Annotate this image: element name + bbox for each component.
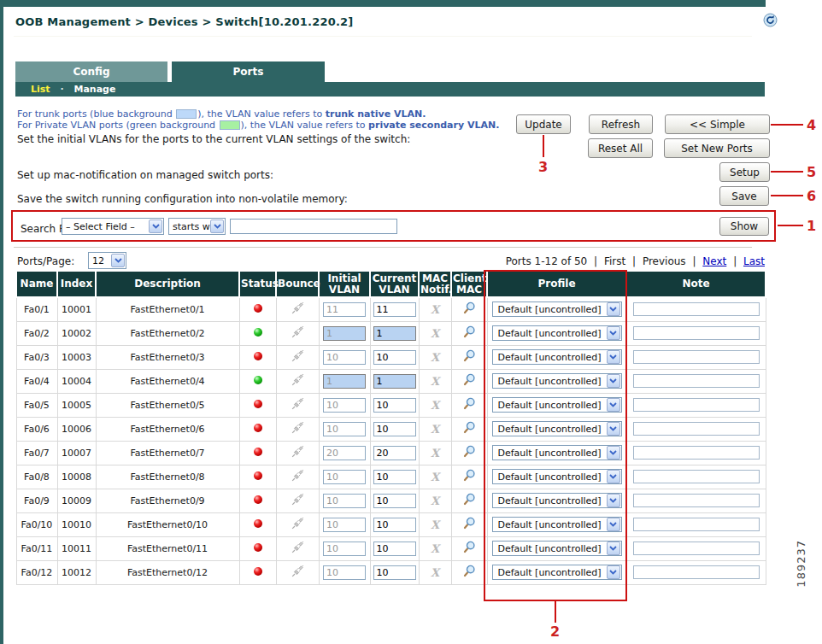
client-mac-search-icon[interactable] [463,401,476,413]
port-status-cell [239,512,276,536]
figure-number: 189237 [795,540,807,588]
subnav-item-manage[interactable]: Manage [73,84,115,95]
current-vlan-input[interactable] [373,518,416,532]
table-row: Fa0/11 10011 FastEthernet0/11 X [16,536,766,560]
save-button[interactable]: Save [719,186,769,206]
current-vlan-input[interactable] [373,422,416,436]
pager-last[interactable]: Last [743,255,765,267]
callout-line-1 [778,225,803,226]
port-status-cell [239,536,276,560]
note-input[interactable] [633,565,760,579]
port-description-cell: FastEthernet0/11 [96,536,239,560]
port-status-cell [239,441,276,465]
client-mac-search-icon[interactable] [463,306,476,317]
port-description-cell: FastEthernet0/7 [96,441,239,465]
current-vlan-input[interactable] [373,470,416,484]
search-operator-select[interactable]: starts with [168,218,226,235]
note-input[interactable] [633,470,760,483]
bounce-port-icon[interactable] [291,449,304,460]
refresh-button[interactable]: Refresh [589,114,653,134]
save-config-text: Save the switch running configuration in… [17,193,348,205]
update-button[interactable]: Update [516,114,571,134]
column-header-description: Description [96,272,239,297]
ports-per-page-select[interactable]: 12 [88,252,126,269]
client-mac-search-icon[interactable] [463,497,476,508]
bounce-port-icon[interactable] [291,378,304,389]
breadcrumb: OOB Management > Devices > Switch[10.201… [15,15,353,28]
note-input[interactable] [633,374,760,388]
pager-next[interactable]: Next [702,255,726,267]
current-vlan-input[interactable] [373,542,416,556]
bounce-port-icon[interactable] [291,569,304,580]
search-input[interactable] [230,219,397,234]
bounce-port-icon[interactable] [291,330,304,341]
note-input[interactable] [633,446,760,460]
search-field-select[interactable]: – Select Field – [62,218,164,235]
bounce-port-icon[interactable] [291,401,304,413]
note-input[interactable] [633,422,760,436]
note-input[interactable] [633,494,760,507]
client-mac-search-icon[interactable] [463,378,476,389]
note-input[interactable] [633,302,760,316]
profile-column-callout-rect [484,270,627,601]
column-header-bounce: Bounce [276,272,319,297]
tab-config[interactable]: Config [15,61,167,82]
callout-number-6: 6 [807,188,816,204]
callout-number-4: 4 [807,117,816,133]
simple-view-button[interactable]: << Simple [665,114,770,134]
client-mac-search-icon[interactable] [463,473,476,484]
current-vlan-input[interactable] [373,374,416,389]
current-vlan-input[interactable] [373,326,416,341]
reset-all-button[interactable]: Reset All [588,138,653,158]
current-vlan-input[interactable] [373,565,416,580]
pager-summary: Ports 1-12 of 50 [506,255,588,267]
current-vlan-input[interactable] [373,494,416,508]
client-mac-search-icon[interactable] [463,425,476,436]
port-description-cell: FastEthernet0/12 [96,560,239,584]
bounce-port-icon[interactable] [291,521,304,532]
column-header-current-vlan: Current VLAN [370,272,419,297]
pvlan-legend-line: For Private VLAN ports (green background… [17,120,499,131]
note-input[interactable] [633,398,760,412]
pager-first[interactable]: First [604,255,625,267]
current-vlan-input[interactable] [373,398,416,413]
initial-vlan-input [323,565,366,580]
note-input[interactable] [633,518,760,531]
tab-ports[interactable]: Ports [172,61,325,82]
bounce-port-icon[interactable] [291,473,304,484]
client-mac-search-icon[interactable] [463,449,476,460]
current-vlan-input[interactable] [373,302,416,317]
bounce-port-icon[interactable] [291,425,304,436]
show-button[interactable]: Show [719,217,769,236]
client-mac-search-icon[interactable] [463,330,476,341]
bounce-port-icon[interactable] [291,497,304,508]
current-vlan-input[interactable] [373,350,416,365]
pagination: Ports 1-12 of 50 | First | Previous | Ne… [359,255,765,267]
refresh-page-icon[interactable] [763,13,778,27]
status-dot [254,519,262,528]
setup-button[interactable]: Setup [719,162,770,182]
status-dot [254,543,262,552]
chevron-down-icon [111,254,125,267]
set-new-ports-button[interactable]: Set New Ports [664,138,770,158]
subnav-item-list[interactable]: List [31,84,50,95]
note-input[interactable] [633,326,760,340]
note-input[interactable] [633,542,760,555]
ports-table-body: Fa0/1 10001 FastEthernet0/1 X [16,297,766,584]
pager-previous[interactable]: Previous [643,255,686,267]
port-description-cell: FastEthernet0/2 [96,321,239,345]
note-input[interactable] [633,350,760,364]
pvlan-color-swatch [220,120,240,130]
client-mac-search-icon[interactable] [463,545,476,556]
bounce-port-icon[interactable] [291,354,304,365]
ports-table: NameIndexDescriptionStatusBounceInitial … [15,272,766,585]
window-top-border [0,0,766,7]
trunk-legend-line: For trunk ports (blue background ), the … [17,108,426,120]
bounce-port-icon[interactable] [291,545,304,556]
client-mac-search-icon[interactable] [463,354,476,365]
bounce-port-icon[interactable] [291,306,304,317]
current-vlan-input[interactable] [373,446,416,460]
client-mac-search-icon[interactable] [463,569,476,580]
client-mac-search-icon[interactable] [463,521,476,532]
mac-notif-disabled-mark: X [431,447,439,460]
